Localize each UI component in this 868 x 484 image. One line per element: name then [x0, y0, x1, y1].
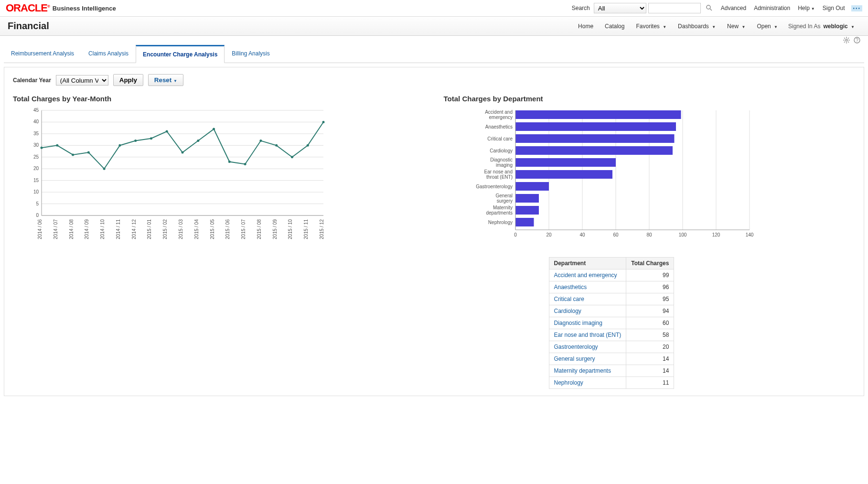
svg-text:60: 60 [613, 232, 619, 237]
svg-text:20: 20 [546, 232, 552, 237]
user-menu[interactable]: weblogic ▼ [823, 23, 855, 30]
svg-text:2015 / 02: 2015 / 02 [162, 219, 168, 239]
svg-rect-131 [515, 218, 534, 226]
svg-line-8 [848, 42, 849, 43]
svg-text:Anaesthetics: Anaesthetics [485, 124, 512, 129]
svg-text:25: 25 [33, 154, 39, 160]
line-chart[interactable]: 0510152025303540452014 / 062014 / 072014… [13, 106, 328, 249]
svg-text:2014 / 12: 2014 / 12 [131, 219, 137, 239]
sign-out-link[interactable]: Sign Out [823, 5, 845, 11]
svg-text:2015 / 01: 2015 / 01 [147, 219, 152, 239]
search-icon[interactable] [706, 4, 712, 12]
table-cell-charges: 14 [626, 353, 674, 365]
nav-dashboards[interactable]: Dashboards ▼ [678, 23, 716, 30]
bar-chart-title: Total Charges by Department [444, 95, 856, 103]
svg-text:2014 / 08: 2014 / 08 [69, 219, 74, 239]
tab-claims-analysis[interactable]: Claims Analysis [81, 45, 136, 63]
svg-text:20: 20 [33, 166, 39, 171]
svg-text:2015 / 06: 2015 / 06 [225, 219, 230, 239]
apply-button[interactable]: Apply [113, 74, 143, 86]
table-row: Critical care95 [549, 293, 674, 305]
svg-rect-108 [515, 110, 681, 119]
dashboard-tabs: Reimbursement Analysis Claims Analysis E… [4, 45, 864, 63]
svg-point-82 [182, 151, 184, 154]
brand-subtitle: Business Intelligence [53, 5, 116, 12]
gear-icon[interactable] [843, 37, 850, 45]
calendar-year-select[interactable]: (All Column Values) [56, 75, 108, 86]
svg-text:35: 35 [33, 131, 39, 136]
table-cell-department[interactable]: Cardiology [549, 305, 626, 317]
svg-text:45: 45 [33, 108, 39, 113]
svg-text:Maternity: Maternity [493, 205, 512, 210]
svg-point-80 [150, 137, 152, 140]
svg-text:?: ? [856, 38, 858, 43]
svg-text:Diagnostic: Diagnostic [490, 157, 513, 162]
svg-point-89 [291, 156, 293, 158]
svg-text:2014 / 07: 2014 / 07 [53, 219, 58, 239]
table-cell-department[interactable]: General surgery [549, 353, 626, 365]
app-switcher-icon[interactable]: ••• [851, 5, 862, 11]
svg-text:100: 100 [678, 232, 686, 237]
table-cell-charges: 20 [626, 341, 674, 353]
svg-text:2014 / 09: 2014 / 09 [84, 219, 89, 239]
table-cell-charges: 96 [626, 281, 674, 293]
table-cell-department[interactable]: Diagnostic imaging [549, 317, 626, 329]
svg-rect-117 [515, 158, 616, 167]
svg-text:2015 / 04: 2015 / 04 [194, 219, 199, 239]
advanced-link[interactable]: Advanced [721, 5, 746, 11]
table-cell-department[interactable]: Nephrology [549, 377, 626, 389]
administration-link[interactable]: Administration [754, 5, 790, 11]
table-cell-department[interactable]: Accident and emergency [549, 269, 626, 281]
table-cell-department[interactable]: Gastroenterology [549, 341, 626, 353]
svg-text:Nephrology: Nephrology [488, 220, 512, 225]
tab-billing-analysis[interactable]: Billing Analysis [225, 45, 277, 63]
svg-text:emergency: emergency [489, 115, 512, 120]
svg-text:40: 40 [579, 232, 585, 237]
nav-favorites[interactable]: Favorites ▼ [636, 23, 666, 30]
svg-point-73 [41, 147, 43, 149]
nav-home[interactable]: Home [578, 23, 593, 30]
search-label: Search [572, 5, 590, 11]
table-cell-department[interactable]: Ear nose and throat (ENT) [549, 329, 626, 341]
svg-point-75 [72, 153, 74, 156]
search-category-select[interactable]: All [594, 3, 646, 13]
svg-point-91 [322, 121, 325, 123]
svg-text:2015 / 05: 2015 / 05 [210, 219, 215, 239]
help-menu[interactable]: Help▼ [798, 5, 815, 11]
svg-rect-128 [515, 206, 539, 215]
table-header-department[interactable]: Department [549, 258, 626, 269]
svg-text:2015 / 03: 2015 / 03 [178, 219, 183, 239]
svg-text:imaging: imaging [495, 162, 512, 168]
tab-encounter-charge-analysis[interactable]: Encounter Charge Analysis [136, 45, 225, 63]
bar-chart[interactable]: 020406080100120140Accident andemergencyA… [444, 106, 759, 244]
search-input[interactable] [648, 3, 701, 13]
svg-text:2015 / 12: 2015 / 12 [319, 219, 324, 239]
table-cell-charges: 60 [626, 317, 674, 329]
navigation-bar: Financial Home Catalog Favorites ▼ Dashb… [0, 17, 868, 36]
nav-catalog[interactable]: Catalog [605, 23, 624, 30]
table-header-total-charges[interactable]: Total Charges [626, 258, 674, 269]
calendar-year-label: Calendar Year [13, 77, 51, 84]
nav-open[interactable]: Open ▼ [757, 23, 778, 30]
svg-text:40: 40 [33, 119, 39, 124]
svg-text:30: 30 [33, 142, 39, 148]
svg-rect-111 [515, 122, 676, 131]
nav-new[interactable]: New ▼ [727, 23, 745, 30]
table-cell-department[interactable]: Maternity departments [549, 365, 626, 377]
svg-point-81 [166, 130, 168, 133]
svg-point-78 [118, 144, 121, 147]
svg-line-1 [710, 9, 712, 11]
table-cell-department[interactable]: Anaesthetics [549, 281, 626, 293]
help-icon[interactable]: ? [854, 37, 860, 45]
svg-text:5: 5 [36, 201, 39, 206]
table-cell-charges: 95 [626, 293, 674, 305]
svg-text:0: 0 [514, 232, 517, 237]
reset-button[interactable]: Reset ▼ [148, 74, 183, 86]
oracle-logo: ORACLE® [6, 2, 50, 14]
tab-reimbursement-analysis[interactable]: Reimbursement Analysis [4, 45, 81, 63]
table-cell-department[interactable]: Critical care [549, 293, 626, 305]
svg-text:2014 / 06: 2014 / 06 [37, 219, 43, 239]
svg-text:surgery: surgery [496, 198, 512, 204]
svg-text:Critical care: Critical care [487, 136, 513, 141]
table-row: Accident and emergency99 [549, 269, 674, 281]
